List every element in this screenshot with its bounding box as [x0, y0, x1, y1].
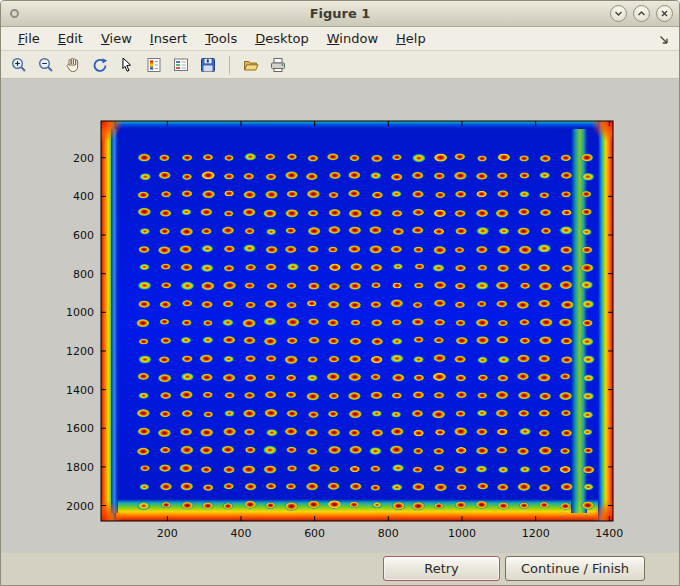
maximize-button[interactable] [633, 5, 650, 22]
spot [161, 337, 172, 344]
spot [202, 245, 213, 252]
spot [243, 191, 255, 199]
spot [203, 392, 213, 398]
menu-file[interactable]: File [9, 28, 49, 49]
spot [476, 173, 488, 180]
spot [433, 264, 445, 271]
spot [287, 263, 299, 270]
save-figure-button[interactable] [196, 53, 220, 77]
menu-insert[interactable]: Insert [141, 28, 196, 49]
spot [456, 375, 467, 382]
spot [180, 482, 193, 490]
spot [412, 502, 425, 510]
rotate-3d-button[interactable] [88, 53, 112, 77]
menu-edit[interactable]: Edit [49, 28, 92, 49]
spot [201, 228, 211, 234]
spot [139, 339, 149, 345]
spot [476, 466, 487, 473]
figure-canvas: 2004006008001000120014002004006008001000… [1, 79, 679, 553]
spot [328, 247, 337, 253]
spot [328, 500, 341, 508]
spot [328, 411, 338, 417]
spot [243, 208, 256, 216]
print-figure-button[interactable] [266, 53, 290, 77]
spot [560, 226, 573, 234]
spot [308, 464, 320, 472]
spot [559, 318, 572, 326]
menu-help[interactable]: Help [387, 28, 435, 49]
spot [499, 228, 509, 235]
spot [223, 281, 236, 289]
spot [349, 301, 361, 309]
menu-view[interactable]: View [92, 28, 141, 49]
continue-finish-button[interactable]: Continue / Finish [505, 556, 645, 581]
spot [306, 392, 319, 400]
plot-axes[interactable]: 2004006008001000120014002004006008001000… [1, 79, 680, 553]
spot [182, 190, 193, 197]
spot [222, 446, 235, 454]
spot [201, 374, 213, 381]
spot [265, 409, 278, 417]
open-folder-icon [242, 56, 260, 74]
pan-button[interactable] [61, 53, 85, 77]
zoom-out-button[interactable] [34, 53, 58, 77]
spot [266, 502, 276, 508]
spot [140, 264, 150, 270]
y-tick-label: 1600 [66, 422, 94, 435]
spot [392, 392, 402, 398]
spot [371, 338, 383, 345]
spot [434, 246, 447, 254]
spot [498, 467, 508, 473]
spot [517, 227, 529, 235]
spot [454, 427, 467, 435]
spot [372, 429, 384, 436]
spot [392, 210, 403, 217]
chevron-down-icon [614, 9, 623, 18]
retry-button[interactable]: Retry [383, 556, 500, 581]
titlebar[interactable]: Figure 1 [1, 1, 679, 27]
insert-legend-button[interactable] [169, 53, 193, 77]
spot [179, 245, 191, 253]
spot [496, 447, 507, 454]
spot [391, 299, 404, 307]
spot [307, 190, 320, 198]
spot [477, 227, 489, 235]
spot [519, 155, 529, 161]
spot [560, 246, 572, 254]
spot [413, 391, 424, 398]
spot [267, 283, 278, 290]
spot [477, 392, 487, 398]
spot [181, 282, 194, 290]
menu-desktop[interactable]: Desktop [246, 28, 318, 49]
close-button[interactable] [656, 5, 673, 22]
spot [434, 172, 445, 179]
spot [539, 484, 550, 491]
window-title: Figure 1 [1, 1, 679, 26]
spot [392, 338, 402, 345]
menu-window[interactable]: Window [318, 28, 387, 49]
spot [455, 302, 465, 308]
spot [349, 209, 362, 217]
spot [434, 281, 446, 289]
window-menu-icon[interactable] [10, 9, 19, 18]
spot [265, 154, 275, 160]
dock-arrow-icon[interactable] [657, 32, 671, 51]
spot [392, 283, 401, 289]
spot [182, 154, 192, 161]
spot [455, 265, 466, 272]
minimize-button[interactable] [610, 5, 627, 22]
menu-tools[interactable]: Tools [196, 28, 246, 49]
zoom-in-button[interactable] [7, 53, 31, 77]
spot [455, 466, 467, 474]
insert-colorbar-button[interactable] [142, 53, 166, 77]
y-tick-label: 200 [73, 152, 94, 165]
legend-icon [172, 56, 190, 74]
open-file-button[interactable] [239, 53, 263, 77]
spot [582, 501, 595, 509]
spot [517, 373, 529, 380]
spot [518, 264, 530, 271]
spot [434, 210, 446, 218]
spot [392, 374, 404, 382]
spot [392, 502, 405, 510]
data-cursor-button[interactable] [115, 53, 139, 77]
